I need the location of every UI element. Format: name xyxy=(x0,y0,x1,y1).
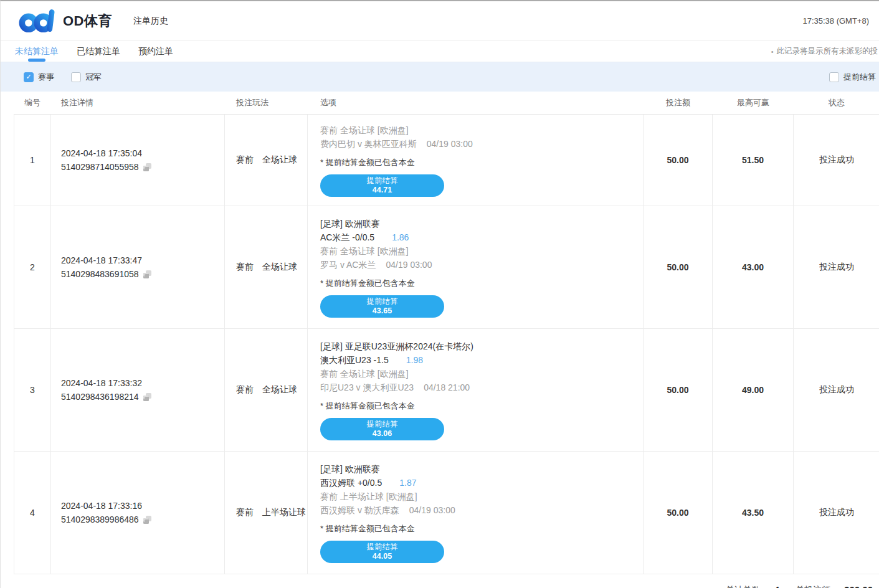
total-count-label: 总计单数： xyxy=(726,585,769,588)
col-header-play: 投注玩法 xyxy=(225,97,308,108)
play-type-cell: 赛前 全场让球 xyxy=(225,115,308,206)
bet-history-page: OD体育 注单历史 17:35:38 (GMT+8) 未结算注单 已结算注单 预… xyxy=(0,0,879,588)
copy-icon[interactable] xyxy=(143,163,151,171)
play-type-cell: 赛前 上半场让球 xyxy=(225,452,308,574)
play-phase: 赛前 xyxy=(236,154,254,166)
play-phase: 赛前 xyxy=(236,507,254,518)
status-text: 投注成功 xyxy=(794,329,879,451)
total-stake-value: 200.00 xyxy=(844,584,873,588)
champion-filter-checkbox[interactable]: 冠军 xyxy=(71,72,102,83)
selection-line: AC米兰 -0/0.51.86 xyxy=(320,230,409,244)
cashout-value: 44.05 xyxy=(373,552,392,561)
app-logo: OD体育 xyxy=(18,9,112,34)
cashout-label: 提前结算 xyxy=(367,297,398,306)
market-info: 赛前 全场让球 [欧洲盘] xyxy=(320,123,409,137)
bet-table: 编号 投注详情 投注玩法 选项 投注额 最高可赢 状态 1 2024-04-18… xyxy=(14,92,879,574)
page-title: 注单历史 xyxy=(133,16,168,27)
bet-number: 2 xyxy=(14,206,51,328)
bet-detail-cell: 2024-04-18 17:33:47 5140298483691058 xyxy=(51,206,225,328)
col-header-detail: 投注详情 xyxy=(51,97,225,108)
champion-filter-label: 冠军 xyxy=(85,72,102,83)
cashout-button[interactable]: 提前结算 44.71 xyxy=(320,174,444,197)
match-teams: 印尼U23 v 澳大利亚U23 xyxy=(320,382,414,392)
max-win-amount: 43.50 xyxy=(713,452,794,574)
early-settle-note: * 提前结算金额已包含本金 xyxy=(320,523,415,535)
bet-id: 5140298436198214 xyxy=(61,390,139,404)
match-line: 费内巴切 v 奥林匹亚科斯04/19 03:00 xyxy=(320,137,473,151)
max-win-amount: 49.00 xyxy=(713,329,794,451)
market-info: 赛前 上半场让球 [欧洲盘] xyxy=(320,490,417,503)
filter-bar: 赛事 冠军 提前结算 xyxy=(1,62,879,92)
status-text: 投注成功 xyxy=(794,206,879,328)
selection-name: AC米兰 -0/0.5 xyxy=(320,232,374,242)
checkbox-checked-icon[interactable] xyxy=(24,72,34,82)
early-settle-filter-checkbox[interactable]: 提前结算 xyxy=(829,72,876,83)
league-name: [足球] 亚足联U23亚洲杯2024(在卡塔尔) xyxy=(320,339,473,353)
logo-text: OD体育 xyxy=(63,12,112,31)
bet-time: 2024-04-18 17:33:16 xyxy=(61,499,142,513)
cashout-button[interactable]: 提前结算 44.05 xyxy=(320,541,444,563)
copy-icon[interactable] xyxy=(143,516,151,524)
stake-amount: 50.00 xyxy=(644,115,713,206)
play-phase: 赛前 xyxy=(236,384,254,396)
col-header-status: 状态 xyxy=(794,97,879,108)
market-info: 赛前 全场让球 [欧洲盘] xyxy=(320,244,409,258)
match-teams: 费内巴切 v 奥林匹亚科斯 xyxy=(320,139,417,149)
early-settle-note: * 提前结算金额已包含本金 xyxy=(320,400,415,412)
bet-number: 4 xyxy=(14,452,51,574)
bet-id: 5140298483691058 xyxy=(61,267,139,281)
match-line: 西汉姆联 v 勒沃库森04/19 03:00 xyxy=(320,503,455,517)
bet-detail-cell: 2024-04-18 17:33:32 5140298436198214 xyxy=(51,329,225,451)
cashout-value: 44.71 xyxy=(373,186,392,195)
table-header-row: 编号 投注详情 投注玩法 选项 投注额 最高可赢 状态 xyxy=(14,92,879,115)
bet-time: 2024-04-18 17:35:04 xyxy=(61,146,142,160)
col-header-selection: 选项 xyxy=(308,97,644,108)
match-filter-checkbox[interactable]: 赛事 xyxy=(24,72,54,83)
checkbox-unchecked-icon[interactable] xyxy=(829,72,839,82)
play-name: 全场让球 xyxy=(262,154,297,166)
match-time: 04/19 03:00 xyxy=(427,139,473,149)
copy-icon[interactable] xyxy=(143,393,151,401)
total-stake-label: 总投注额： xyxy=(796,585,839,588)
max-win-amount: 43.00 xyxy=(713,206,794,328)
col-header-maxwin: 最高可赢 xyxy=(713,97,794,108)
table-row: 4 2024-04-18 17:33:16 5140298389986486 赛… xyxy=(14,452,879,574)
match-time: 04/18 21:00 xyxy=(424,382,470,392)
selection-name: 西汉姆联 +0/0.5 xyxy=(320,478,382,488)
selection-name: 澳大利亚U23 -1.5 xyxy=(320,355,389,365)
bet-time: 2024-04-18 17:33:47 xyxy=(61,254,142,267)
cashout-value: 43.65 xyxy=(373,306,392,316)
play-type-cell: 赛前 全场让球 xyxy=(225,329,308,451)
copy-icon[interactable] xyxy=(143,270,151,278)
play-type-cell: 赛前 全场让球 xyxy=(225,206,308,328)
selection-line: 澳大利亚U23 -1.51.98 xyxy=(320,353,423,367)
tab-settled-bets[interactable]: 已结算注单 xyxy=(77,41,120,62)
status-text: 投注成功 xyxy=(794,452,879,574)
match-time: 04/19 03:00 xyxy=(386,260,432,270)
bet-id: 5140298389986486 xyxy=(61,513,139,526)
bet-id: 5140298714055958 xyxy=(61,160,139,174)
unsettled-note: • 此记录将显示所有未派彩的投 xyxy=(771,41,878,62)
tab-bar: 未结算注单 已结算注单 预约注单 • 此记录将显示所有未派彩的投 xyxy=(1,41,879,62)
play-name: 上半场让球 xyxy=(262,507,306,518)
market-info: 赛前 全场让球 [欧洲盘] xyxy=(320,367,409,381)
stake-amount: 50.00 xyxy=(644,206,713,328)
cashout-button[interactable]: 提前结算 43.06 xyxy=(320,418,444,440)
cashout-value: 43.06 xyxy=(373,429,392,439)
tab-reserved-bets[interactable]: 预约注单 xyxy=(138,41,173,62)
checkbox-unchecked-icon[interactable] xyxy=(71,72,81,82)
selection-cell: 赛前 全场让球 [欧洲盘] 费内巴切 v 奥林匹亚科斯04/19 03:00 *… xyxy=(308,115,644,206)
selection-cell: [足球] 欧洲联赛 西汉姆联 +0/0.51.87 赛前 上半场让球 [欧洲盘]… xyxy=(308,452,644,574)
early-settle-note: * 提前结算金额已包含本金 xyxy=(320,277,415,290)
tab-unsettled-bets[interactable]: 未结算注单 xyxy=(15,41,59,62)
bet-number: 3 xyxy=(14,329,51,451)
odds-value: 1.86 xyxy=(392,232,409,242)
selection-line: 西汉姆联 +0/0.51.87 xyxy=(320,476,416,490)
max-win-amount: 51.50 xyxy=(713,115,794,206)
cashout-button[interactable]: 提前结算 43.65 xyxy=(320,295,444,318)
match-line: 罗马 v AC米兰04/19 03:00 xyxy=(320,258,432,272)
bet-time: 2024-04-18 17:33:32 xyxy=(61,376,142,390)
status-text: 投注成功 xyxy=(794,115,879,206)
total-count-value: 4 xyxy=(774,584,779,588)
match-filter-label: 赛事 xyxy=(38,72,54,83)
